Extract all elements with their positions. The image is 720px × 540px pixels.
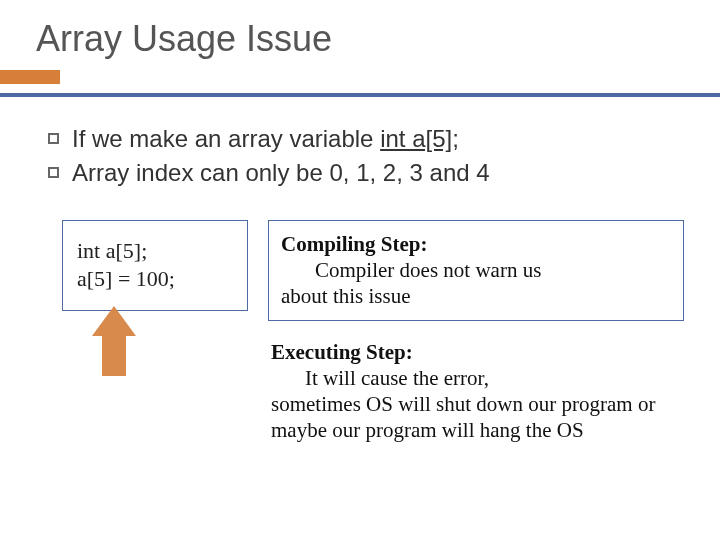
note-body: about this issue <box>281 284 411 308</box>
inline-code: int a[5]; <box>380 125 459 152</box>
compile-note: Compiling Step: Compiler does not warn u… <box>268 220 684 321</box>
bullet-item: Array index can only be 0, 1, 2, 3 and 4 <box>44 157 684 189</box>
title-rule <box>0 70 720 97</box>
code-box: int a[5]; a[5] = 100; <box>62 220 248 311</box>
note-body: sometimes OS will shut down our program … <box>271 392 655 442</box>
note-heading: Compiling Step: <box>281 232 427 256</box>
code-line: a[5] = 100; <box>77 265 227 294</box>
horizontal-rule <box>0 93 720 97</box>
up-arrow-icon <box>92 306 136 376</box>
note-body: Compiler does not warn us <box>315 258 541 282</box>
bullet-item: If we make an array variable int a[5]; <box>44 123 684 155</box>
content-row: int a[5]; a[5] = 100; Compiling Step: Co… <box>36 220 684 444</box>
code-column: int a[5]; a[5] = 100; <box>62 220 248 311</box>
slide: Array Usage Issue If we make an array va… <box>0 0 720 540</box>
notes-column: Compiling Step: Compiler does not warn u… <box>268 220 684 444</box>
bullet-text: Array index can only be 0, 1, 2, 3 and 4 <box>72 159 490 186</box>
execute-note: Executing Step: It will cause the error,… <box>268 339 656 444</box>
bullet-list: If we make an array variable int a[5]; A… <box>44 123 684 190</box>
slide-title: Array Usage Issue <box>36 18 684 60</box>
bullet-text: If we make an array variable <box>72 125 380 152</box>
note-body: It will cause the error, <box>305 366 489 390</box>
note-heading: Executing Step: <box>271 340 413 364</box>
code-line: int a[5]; <box>77 237 227 266</box>
accent-bar <box>0 70 60 84</box>
